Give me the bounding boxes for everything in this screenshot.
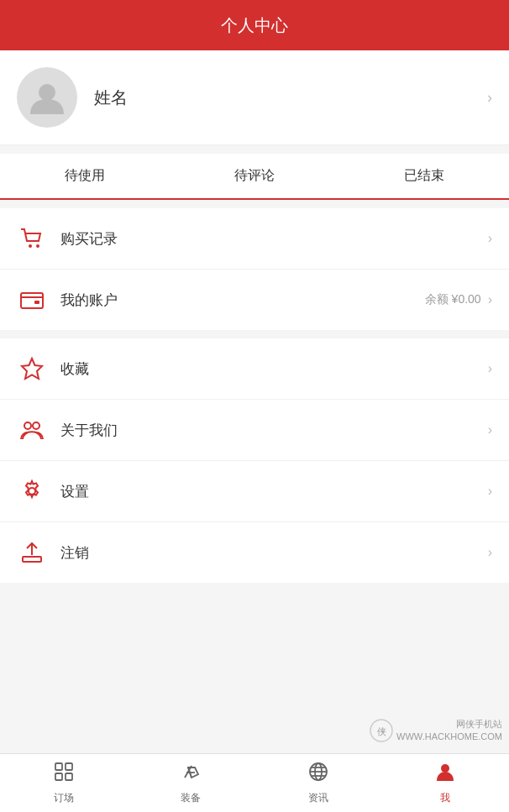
svg-marker-5: [22, 359, 42, 379]
avatar: [17, 67, 77, 128]
tab-review[interactable]: 待评论: [170, 154, 339, 198]
nav-equipment-label: 装备: [181, 791, 201, 805]
header: 个人中心: [0, 0, 509, 50]
bottom-nav: 订场 装备 资讯: [0, 753, 509, 812]
svg-point-0: [39, 84, 55, 101]
gear-icon: [17, 476, 47, 506]
globe-icon: [307, 761, 329, 788]
nav-news-label: 资讯: [308, 791, 328, 805]
header-title: 个人中心: [221, 14, 288, 37]
svg-rect-15: [66, 773, 72, 780]
svg-point-7: [33, 422, 39, 429]
logout-chevron-icon: ›: [488, 545, 492, 560]
nav-item-news[interactable]: 资讯: [254, 754, 382, 812]
svg-point-2: [36, 244, 39, 248]
grid-icon: [53, 761, 75, 788]
svg-rect-9: [23, 557, 41, 562]
about-label: 关于我们: [60, 421, 488, 440]
purchase-label: 购买记录: [60, 229, 488, 249]
svg-rect-14: [55, 773, 62, 780]
menu-item-about[interactable]: 关于我们 ›: [0, 400, 509, 461]
menu-group-2: 收藏 › 关于我们 › 设置 ›: [0, 338, 509, 583]
nav-item-orders[interactable]: 订场: [0, 754, 128, 812]
profile-chevron-icon: ›: [487, 89, 492, 107]
svg-point-6: [24, 422, 31, 429]
svg-rect-4: [34, 301, 39, 304]
watermark-logo-icon: 侠: [370, 719, 393, 742]
order-tabs: 待使用 待评论 已结束: [0, 154, 509, 200]
settings-chevron-icon: ›: [488, 484, 492, 499]
profile-name: 姓名: [94, 86, 487, 109]
about-chevron-icon: ›: [488, 422, 492, 437]
menu-group-1: 购买记录 › 我的账户 余额 ¥0.00 ›: [0, 208, 509, 330]
watermark-text: 网侠手机站 WWW.HACKHOME.COM: [396, 718, 502, 744]
watermark: 侠 网侠手机站 WWW.HACKHOME.COM: [375, 710, 509, 752]
favorites-chevron-icon: ›: [488, 361, 492, 376]
svg-rect-13: [66, 763, 72, 770]
favorites-label: 收藏: [60, 359, 488, 379]
menu-item-logout[interactable]: 注销 ›: [0, 522, 509, 583]
person-icon: [434, 761, 456, 788]
purchase-chevron-icon: ›: [488, 231, 492, 246]
menu-item-account[interactable]: 我的账户 余额 ¥0.00 ›: [0, 270, 509, 330]
star-icon: [17, 354, 47, 384]
svg-point-22: [441, 764, 449, 773]
nav-orders-label: 订场: [54, 791, 74, 805]
profile-section[interactable]: 姓名 ›: [0, 50, 509, 145]
svg-point-1: [29, 244, 32, 248]
cart-icon: [17, 223, 47, 254]
menu-item-purchase[interactable]: 购买记录 ›: [0, 208, 509, 270]
svg-text:侠: 侠: [377, 726, 386, 736]
settings-label: 设置: [60, 482, 488, 501]
account-chevron-icon: ›: [488, 292, 492, 307]
tab-pending[interactable]: 待使用: [0, 154, 170, 198]
group-icon: [17, 415, 47, 445]
logout-label: 注销: [60, 543, 488, 563]
nav-me-label: 我: [440, 791, 450, 805]
wallet-icon: [17, 285, 47, 315]
nav-item-equipment[interactable]: 装备: [128, 754, 255, 812]
account-balance: 余额 ¥0.00: [425, 292, 481, 307]
tab-ended[interactable]: 已结束: [339, 154, 509, 198]
upload-icon: [17, 537, 47, 568]
svg-point-8: [29, 488, 35, 495]
nav-item-me[interactable]: 我: [382, 754, 510, 812]
account-label: 我的账户: [60, 291, 425, 310]
svg-rect-3: [21, 293, 43, 308]
svg-rect-12: [55, 763, 62, 770]
menu-item-settings[interactable]: 设置 ›: [0, 461, 509, 522]
equipment-icon: [180, 761, 202, 788]
menu-item-favorites[interactable]: 收藏 ›: [0, 338, 509, 400]
